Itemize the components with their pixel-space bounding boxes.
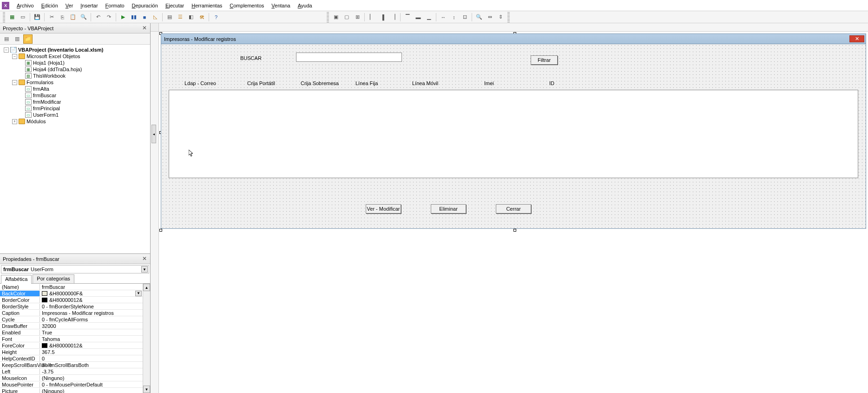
project-tree[interactable]: − 📄 VBAProject (Inventario Local.xlsm) −…: [0, 45, 150, 253]
expand-icon[interactable]: −: [12, 80, 17, 85]
tree-sheet[interactable]: ▦Hoja1 (Hoja1): [2, 60, 148, 66]
view-excel-icon[interactable]: ▦: [7, 13, 17, 22]
tree-sheet[interactable]: ▦Hoja4 (ddTraDa.hoja): [2, 66, 148, 73]
menu-complementos[interactable]: Complementos: [226, 1, 268, 10]
cut-icon[interactable]: ✂: [47, 13, 56, 22]
design-mode-icon[interactable]: ◺: [151, 13, 160, 22]
properties-panel-close-icon[interactable]: ✕: [141, 255, 148, 262]
property-value[interactable]: 0 - fmBorderStyleNone: [40, 304, 150, 309]
toolbar2-handle[interactable]: [327, 12, 329, 22]
find-icon[interactable]: 🔍: [79, 13, 88, 22]
expand-icon[interactable]: −: [4, 47, 9, 53]
delete-button[interactable]: Eliminar: [431, 204, 466, 213]
property-row[interactable]: FontTahoma: [0, 336, 150, 342]
property-value[interactable]: 0: [40, 356, 150, 361]
dropdown-icon[interactable]: ▼: [135, 291, 142, 296]
property-row[interactable]: BorderColor&H80000012&: [0, 297, 150, 303]
same-size-icon[interactable]: ⊡: [460, 13, 469, 22]
properties-grid[interactable]: (Name)frmBuscarBackColor&H8000000F&▼Bord…: [0, 284, 150, 393]
resize-handle[interactable]: [159, 229, 162, 232]
same-height-icon[interactable]: ↕: [449, 13, 459, 22]
tab-categorized[interactable]: Por categorías: [33, 274, 74, 283]
undo-icon[interactable]: ↶: [93, 13, 103, 22]
align-left-icon[interactable]: ▏: [367, 13, 376, 22]
view-code-icon[interactable]: ▤: [2, 34, 11, 44]
scroll-up-icon[interactable]: ▲: [143, 284, 150, 291]
userform-canvas[interactable]: Impresoras - Modificar registros ✕ BUSCA…: [161, 33, 866, 229]
tree-form[interactable]: ▭UserForm1: [2, 112, 148, 118]
property-value[interactable]: Tahoma: [40, 336, 150, 342]
menu-herramientas[interactable]: Herramientas: [188, 1, 226, 10]
close-button[interactable]: Cerrar: [496, 204, 531, 213]
stop-icon[interactable]: ■: [140, 13, 149, 22]
menu-edicion[interactable]: Edición: [38, 1, 62, 10]
align-center-icon[interactable]: ▐: [378, 13, 387, 22]
toggle-folders-icon[interactable]: 📁: [23, 34, 33, 44]
property-value[interactable]: True: [40, 330, 150, 335]
property-value[interactable]: frmBuscar: [40, 284, 150, 290]
collapse-left-icon[interactable]: ◂: [151, 125, 156, 143]
toolbar2-end-handle[interactable]: [507, 12, 510, 22]
toolbar-handle[interactable]: [3, 12, 5, 22]
form-close-icon[interactable]: ✕: [849, 35, 864, 42]
property-value[interactable]: &H80000012&: [40, 343, 150, 348]
redo-icon[interactable]: ↷: [104, 13, 113, 22]
object-browser-icon[interactable]: ◧: [186, 13, 196, 22]
property-value[interactable]: 367.5: [40, 349, 150, 355]
pause-icon[interactable]: ▮▮: [129, 13, 138, 22]
property-value[interactable]: 0 - fmMousePointerDefault: [40, 382, 150, 387]
tree-form[interactable]: ▭frmModificar: [2, 99, 148, 105]
tree-workbook[interactable]: ▧ThisWorkbook: [2, 73, 148, 79]
properties-object-select[interactable]: frmBuscar UserForm ▼: [1, 265, 149, 273]
property-row[interactable]: (Name)frmBuscar: [0, 284, 150, 290]
property-row[interactable]: EnabledTrue: [0, 329, 150, 336]
property-value[interactable]: -3.75: [40, 369, 150, 374]
property-value[interactable]: 3 - fmScrollBarsBoth: [40, 362, 150, 368]
property-value[interactable]: 0 - fmCycleAllForms: [40, 317, 150, 322]
property-row[interactable]: HelpContextID0: [0, 355, 150, 362]
align-bottom-icon[interactable]: ▁: [424, 13, 434, 22]
expand-icon[interactable]: −: [12, 54, 17, 59]
send-back-icon[interactable]: ▢: [342, 13, 351, 22]
resize-handle[interactable]: [513, 229, 516, 232]
filter-button[interactable]: Filtrar: [531, 55, 558, 65]
bring-front-icon[interactable]: ▣: [331, 13, 341, 22]
form-designer[interactable]: ◂ Impresoras - Modificar registros ✕ BUS…: [151, 23, 868, 393]
menu-archivo[interactable]: Archivo: [13, 1, 38, 10]
copy-icon[interactable]: ⎘: [58, 13, 67, 22]
menu-formato[interactable]: Formato: [102, 1, 128, 10]
expand-icon[interactable]: +: [12, 119, 17, 124]
menu-ayuda[interactable]: Ayuda: [294, 1, 316, 10]
menu-insertar[interactable]: Insertar: [77, 1, 101, 10]
property-row[interactable]: Picture(Ninguno): [0, 388, 150, 393]
same-width-icon[interactable]: ↔: [439, 13, 448, 22]
tree-modules-folder[interactable]: + Módulos: [2, 118, 148, 125]
property-value[interactable]: Impresoras - Modificar registros: [40, 310, 150, 316]
save-icon[interactable]: 💾: [33, 13, 42, 22]
properties-icon[interactable]: ☰: [176, 13, 185, 22]
tree-form[interactable]: ▭frmBuscar: [2, 92, 148, 99]
help-icon[interactable]: ?: [211, 13, 221, 22]
property-row[interactable]: Cycle0 - fmCycleAllForms: [0, 316, 150, 323]
property-row[interactable]: Left-3.75: [0, 368, 150, 375]
align-middle-icon[interactable]: ▬: [414, 13, 423, 22]
tree-forms-folder[interactable]: − Formularios: [2, 79, 148, 86]
property-value[interactable]: 32000: [40, 323, 150, 329]
toolbox-icon[interactable]: 🛠: [197, 13, 206, 22]
view-modify-button[interactable]: Ver - Modificar: [366, 204, 401, 213]
property-value[interactable]: (Ninguno): [40, 375, 150, 381]
property-value[interactable]: &H8000000F&▼: [40, 291, 150, 296]
property-row[interactable]: BackColor&H8000000F&▼: [0, 290, 150, 297]
property-row[interactable]: Height367.5: [0, 349, 150, 355]
tree-form[interactable]: ▭frmAlta: [2, 86, 148, 92]
run-icon[interactable]: ▶: [118, 13, 128, 22]
view-object-icon[interactable]: ▥: [13, 34, 22, 44]
tree-excel-objects[interactable]: − Microsoft Excel Objetos: [2, 53, 148, 60]
property-row[interactable]: ForeColor&H80000012&: [0, 342, 150, 349]
property-value[interactable]: (Ninguno): [40, 388, 150, 393]
property-row[interactable]: MouseIcon(Ninguno): [0, 375, 150, 381]
vspace-icon[interactable]: ⇕: [496, 13, 505, 22]
tree-form[interactable]: ▭frmPrincipal: [2, 105, 148, 112]
paste-icon[interactable]: 📋: [68, 13, 78, 22]
menu-ejecutar[interactable]: Ejecutar: [162, 1, 188, 10]
